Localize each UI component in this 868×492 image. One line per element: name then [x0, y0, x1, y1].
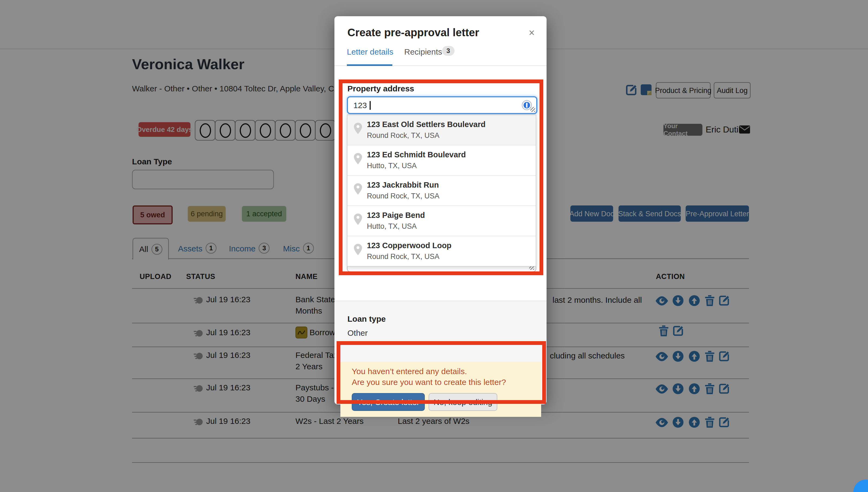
yes-create-letter-label: Yes, Create letter	[357, 397, 420, 407]
property-address-label: Property address	[347, 84, 414, 93]
text-caret	[370, 101, 370, 109]
modal-title: Create pre-approval letter	[347, 26, 479, 39]
recipients-count-badge: 3	[442, 46, 454, 56]
map-pin-icon	[354, 123, 362, 134]
no-keep-editing-label: No, keep editing	[434, 397, 492, 407]
modal-tab-recipients[interactable]: Recipients	[404, 47, 442, 56]
suggestion-title: 123 Jackrabbit Run	[367, 180, 439, 189]
map-pin-icon	[354, 183, 362, 195]
app-window: Boulder Mortgage Group s Audit Log eric@…	[0, 0, 868, 492]
map-pin-icon	[354, 214, 362, 225]
suggestion-subtitle: Round Rock, TX, USA	[367, 131, 440, 140]
no-keep-editing-button[interactable]: No, keep editing	[428, 393, 497, 411]
suggestion-subtitle: Round Rock, TX, USA	[367, 252, 440, 261]
modal-footer: Loan type Other You haven’t entered any …	[334, 301, 546, 404]
modal-tab-letter-details[interactable]: Letter details	[347, 47, 393, 56]
suggestion-subtitle: Hutto, TX, USA	[367, 162, 417, 170]
suggestion-subtitle: Hutto, TX, USA	[367, 222, 417, 230]
suggestion-title: 123 East Old Settlers Boulevard	[367, 120, 486, 129]
suggestion-title: 123 Ed Schmidt Boulevard	[367, 150, 466, 159]
warning-line2: Are you sure you want to create this let…	[352, 377, 506, 387]
property-address-value: 123	[353, 101, 367, 110]
address-suggestion[interactable]: 123 Paige Bend Hutto, TX, USA	[347, 206, 536, 236]
suggestion-title: 123 Copperwood Loop	[367, 241, 452, 250]
modal-loan-type-value: Other	[347, 328, 368, 337]
modal-loan-type-label: Loan type	[347, 314, 386, 323]
confirm-warning-box: You haven’t entered any details. Are you…	[341, 362, 541, 417]
close-icon[interactable]: ×	[529, 28, 535, 38]
property-address-input[interactable]: 123	[347, 96, 537, 114]
address-suggestion[interactable]: 123 Copperwood Loop Round Rock, TX, USA	[347, 236, 536, 266]
address-suggestions-dropdown: 123 East Old Settlers Boulevard Round Ro…	[347, 115, 536, 267]
map-pin-icon	[354, 244, 362, 255]
address-suggestion[interactable]: 123 Ed Schmidt Boulevard Hutto, TX, USA	[347, 145, 536, 176]
address-suggestion[interactable]: 123 Jackrabbit Run Round Rock, TX, USA	[347, 176, 536, 206]
create-preapproval-modal: Create pre-approval letter × Letter deta…	[334, 16, 546, 404]
suggestion-subtitle: Round Rock, TX, USA	[367, 192, 440, 200]
yes-create-letter-button[interactable]: Yes, Create letter	[352, 393, 425, 411]
warning-line1: You haven’t entered any details.	[352, 367, 467, 376]
active-tab-underline	[347, 64, 392, 66]
map-pin-icon	[354, 153, 362, 164]
suggestion-title: 123 Paige Bend	[367, 211, 425, 220]
address-suggestion[interactable]: 123 East Old Settlers Boulevard Round Ro…	[347, 115, 536, 145]
input-resize-grip[interactable]	[530, 107, 535, 112]
